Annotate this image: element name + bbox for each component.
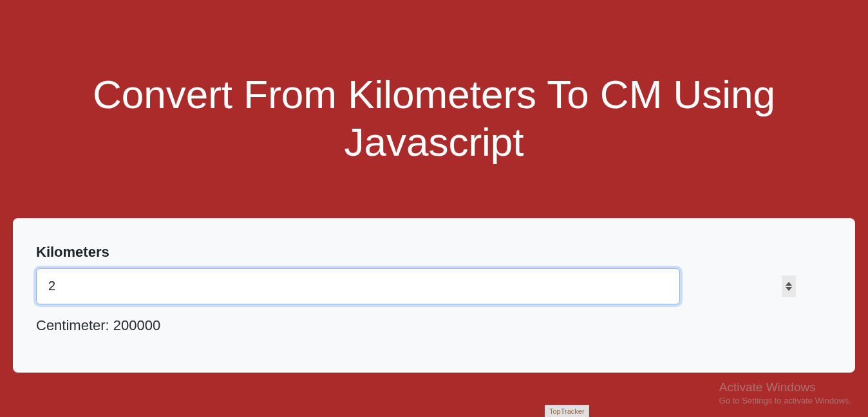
kilometers-label: Kilometers: [36, 244, 832, 261]
toptracker-tab[interactable]: TopTracker: [545, 405, 589, 417]
result-value: 200000: [113, 317, 160, 333]
watermark-line2: Go to Settings to activate Windows.: [719, 396, 851, 405]
windows-activation-watermark: Activate Windows Go to Settings to activ…: [719, 380, 851, 405]
spinner-up-icon[interactable]: [786, 282, 792, 286]
kilometers-input[interactable]: [36, 268, 680, 304]
converter-card: Kilometers Centimeter: 200000: [13, 218, 855, 373]
spinner-down-icon[interactable]: [786, 287, 792, 291]
number-spinner[interactable]: [782, 275, 796, 297]
result-text: Centimeter: 200000: [36, 317, 832, 334]
watermark-line1: Activate Windows: [719, 380, 851, 394]
result-label: Centimeter:: [36, 317, 109, 333]
input-wrapper: [36, 268, 832, 304]
page-title: Convert From Kilometers To CM Using Java…: [0, 0, 868, 199]
